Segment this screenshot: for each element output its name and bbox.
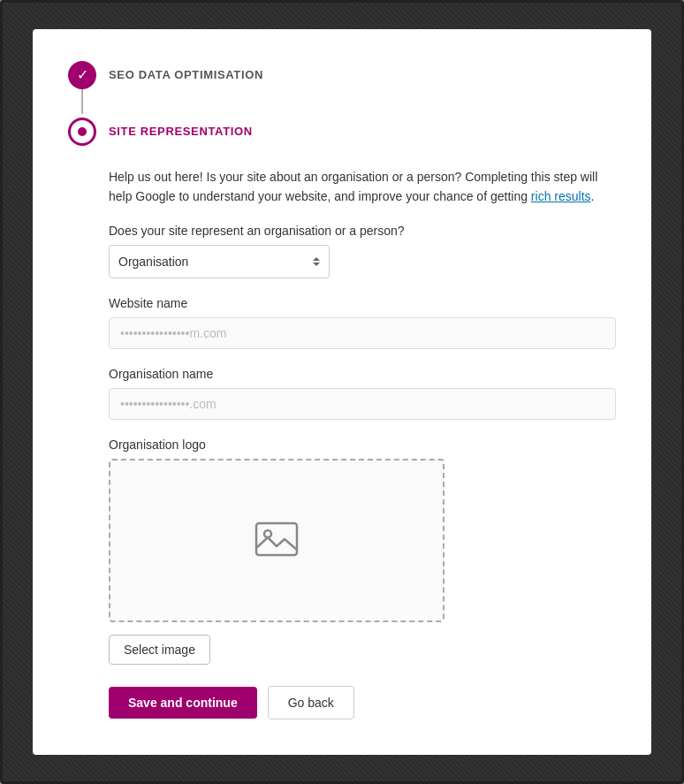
website-name-label: Website name (109, 296, 616, 310)
check-icon: ✓ (77, 68, 88, 82)
site-type-label: Does your site represent an organisation… (109, 224, 616, 238)
svg-rect-0 (256, 523, 297, 555)
save-continue-button[interactable]: Save and continue (109, 687, 257, 719)
site-type-field-group: Does your site represent an organisation… (109, 224, 616, 278)
organisation-logo-label: Organisation logo (109, 438, 616, 452)
organisation-name-input[interactable] (109, 388, 616, 420)
website-name-field-group: Website name (109, 296, 616, 349)
select-image-button[interactable]: Select image (109, 635, 210, 665)
description-text: Help us out here! Is your site about an … (109, 167, 616, 207)
step-circle-site-rep (68, 118, 96, 146)
image-placeholder-icon (254, 516, 300, 566)
step-site-rep: Site Representation (68, 118, 616, 146)
connector-line-col (68, 89, 96, 114)
description-part2: . (591, 189, 595, 203)
go-back-button[interactable]: Go back (268, 686, 354, 719)
rich-results-link[interactable]: rich results (531, 189, 591, 203)
stepper: ✓ SEO Data Optimisation Site Representat… (68, 61, 616, 146)
organisation-name-label: Organisation name (109, 367, 616, 381)
step-label-site-rep: Site Representation (109, 125, 253, 138)
connector-line (81, 89, 83, 114)
organisation-name-field-group: Organisation name (109, 367, 616, 420)
select-arrows-icon (313, 257, 320, 266)
step-circle-seo: ✓ (68, 61, 96, 89)
site-type-select[interactable]: Organisation (109, 245, 330, 278)
section-content: Help us out here! Is your site about an … (68, 167, 616, 720)
card: ✓ SEO Data Optimisation Site Representat… (33, 29, 651, 756)
outer-frame: ✓ SEO Data Optimisation Site Representat… (0, 0, 684, 784)
step-connector (68, 89, 616, 114)
step-label-seo: SEO Data Optimisation (109, 68, 263, 81)
button-row: Save and continue Go back (109, 686, 616, 719)
step-seo: ✓ SEO Data Optimisation (68, 61, 616, 89)
logo-upload-area[interactable] (109, 459, 445, 622)
website-name-input[interactable] (109, 317, 616, 349)
active-dot-icon (78, 127, 87, 136)
site-type-value: Organisation (118, 255, 188, 269)
organisation-logo-field-group: Organisation logo Select image (109, 438, 616, 665)
description-part1: Help us out here! Is your site about an … (109, 170, 597, 203)
